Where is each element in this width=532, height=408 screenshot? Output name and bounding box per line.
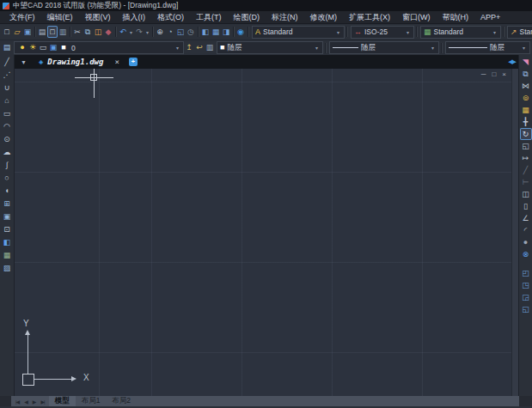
layer-unlock-icon[interactable]: ▣ <box>48 42 58 54</box>
zoom-previous-icon[interactable]: ◷ <box>186 26 196 38</box>
print-icon[interactable]: ▤ <box>37 26 47 38</box>
menu-item[interactable]: 修改(M) <box>304 12 344 23</box>
close-tab-icon[interactable]: × <box>114 58 119 66</box>
menu-item[interactable]: 插入(I) <box>117 12 152 23</box>
copy-object-icon[interactable]: ⧉ <box>520 68 532 80</box>
chamfer-icon[interactable]: ∠ <box>520 212 532 224</box>
text-style-combo[interactable]: A Standard ▾ <box>252 26 345 39</box>
layer-combo[interactable]: ●☀▭▣■ 0 ▾ <box>14 41 184 54</box>
dropdown-caret-icon[interactable]: ▾ <box>405 29 411 35</box>
ellipse-icon[interactable]: ○ <box>1 172 13 185</box>
offset-icon[interactable]: ⊚ <box>520 92 532 104</box>
scale-icon[interactable]: ◱ <box>520 140 532 152</box>
menu-item[interactable]: 绘图(D) <box>228 12 266 23</box>
layer-properties-manager-icon[interactable]: ▤ <box>2 42 12 54</box>
tab-list-dropdown-icon[interactable]: ▼ <box>15 59 33 65</box>
break-at-point-icon[interactable]: ◫ <box>520 188 532 200</box>
polyline-icon[interactable]: ∪ <box>1 82 13 94</box>
mirror-icon[interactable]: ⋈ <box>520 80 532 92</box>
spline-icon[interactable]: ∫ <box>1 159 13 172</box>
menu-item[interactable]: 窗口(W) <box>396 12 437 23</box>
close-window-icon[interactable]: × <box>502 71 506 78</box>
lineweight-combo[interactable]: 随层 ▾ <box>445 41 530 54</box>
dropdown-caret-icon[interactable]: ▾ <box>128 29 134 35</box>
erase-icon[interactable]: ◥ <box>520 56 532 68</box>
viewport-single-icon[interactable]: ◧ <box>200 26 211 38</box>
redo-icon[interactable]: ↷ <box>134 26 144 38</box>
paste-icon[interactable]: ◫ <box>93 26 103 38</box>
layout-tab[interactable]: 布局2 <box>106 396 137 406</box>
new-drawing-button[interactable]: + <box>129 58 138 66</box>
draw-order-front-icon[interactable]: ◰ <box>520 267 532 279</box>
horizontal-scrollbar[interactable] <box>137 396 519 406</box>
dropdown-caret-icon[interactable]: ▾ <box>430 45 436 51</box>
construction-line-icon[interactable]: ⋰ <box>1 69 13 82</box>
drawing-canvas[interactable]: ─ □ × Y X <box>15 69 518 396</box>
publish-icon[interactable]: ▥ <box>58 26 68 38</box>
ellipse-arc-icon[interactable]: ◖ <box>1 185 13 198</box>
layout-tab[interactable]: 布局1 <box>76 396 107 406</box>
dropdown-caret-icon[interactable]: ▾ <box>335 29 341 35</box>
layer-color-swatch[interactable]: ■ <box>58 42 69 54</box>
draw-order-back-icon[interactable]: ◳ <box>520 279 532 291</box>
break-icon[interactable]: ▯ <box>520 200 532 212</box>
layer-viewport-freeze-icon[interactable]: ▭ <box>38 42 48 54</box>
new-file-icon[interactable]: □ <box>2 26 12 38</box>
layer-previous-icon[interactable]: ↩ <box>194 42 205 54</box>
table-icon[interactable]: ▦ <box>1 249 13 262</box>
menu-item[interactable]: 格式(O) <box>151 12 190 23</box>
menu-item[interactable]: 标注(N) <box>266 12 304 23</box>
hatch-icon[interactable]: ▨ <box>1 262 13 275</box>
dropdown-caret-icon[interactable]: ▾ <box>144 29 150 35</box>
designcenter-globe-icon[interactable]: ◉ <box>235 26 246 38</box>
line-icon[interactable]: ╱ <box>1 56 13 69</box>
layout-tab[interactable]: 模型 <box>49 396 76 406</box>
minimize-window-icon[interactable]: ─ <box>481 71 486 78</box>
dim-style-combo[interactable]: ↔ ISO-25 ▾ <box>351 26 414 39</box>
layout-nav-button[interactable]: ▶| <box>38 399 46 405</box>
layer-states-manager-icon[interactable]: ▥ <box>205 42 215 54</box>
draw-order-under-icon[interactable]: ◱ <box>520 303 532 315</box>
copy-icon[interactable]: ⧉ <box>83 26 93 38</box>
dropdown-caret-icon[interactable]: ▾ <box>314 45 320 51</box>
join-icon[interactable]: ● <box>520 236 532 248</box>
draw-order-above-icon[interactable]: ◲ <box>520 291 532 303</box>
arc-icon[interactable]: ◠ <box>1 120 13 133</box>
zoom-realtime-icon[interactable]: ◔ <box>165 26 175 38</box>
restore-window-icon[interactable]: □ <box>492 71 496 78</box>
layer-thaw-sun-icon[interactable]: ☀ <box>28 42 38 54</box>
match-properties-icon[interactable]: ◆ <box>103 26 113 38</box>
gradient-icon[interactable]: ◧ <box>1 236 13 249</box>
zoom-window-icon[interactable]: ◱ <box>175 26 186 38</box>
mleader-style-combo[interactable]: ↗ Standard <box>507 26 532 39</box>
move-icon[interactable]: ╋ <box>520 116 532 128</box>
layout-nav-button[interactable]: ▶ <box>30 399 39 405</box>
print-preview-icon[interactable]: □ <box>47 26 58 38</box>
viewport-grid-icon[interactable]: ▦ <box>211 26 221 38</box>
fillet-icon[interactable]: ◜ <box>520 224 532 236</box>
save-icon[interactable]: ▣ <box>22 26 33 38</box>
color-combo[interactable]: ■ 随层 ▾ <box>217 41 323 54</box>
circle-icon[interactable]: ⊙ <box>1 133 13 146</box>
cut-icon[interactable]: ✂ <box>72 26 83 38</box>
menu-item[interactable]: 文件(F) <box>3 12 41 23</box>
stretch-icon[interactable]: ↦ <box>520 152 532 164</box>
menu-item[interactable]: 帮助(H) <box>437 12 475 23</box>
polygon-icon[interactable]: ⌂ <box>1 94 13 107</box>
point-icon[interactable]: ⊡ <box>1 223 13 236</box>
menu-item[interactable]: 视图(V) <box>79 12 117 23</box>
document-tab[interactable]: ◈ Drawing1.dwg × <box>33 55 125 69</box>
make-block-icon[interactable]: ▣ <box>1 210 13 223</box>
menu-item[interactable]: 编辑(E) <box>41 12 79 23</box>
insert-block-icon[interactable]: ⊞ <box>1 198 13 210</box>
menu-item[interactable]: 工具(T) <box>190 12 228 23</box>
revision-cloud-icon[interactable]: ☁ <box>1 146 13 159</box>
extend-icon[interactable]: ⊢ <box>520 176 532 188</box>
explode-icon[interactable]: ⊗ <box>520 248 532 260</box>
undo-icon[interactable]: ↶ <box>118 26 128 38</box>
array-icon[interactable]: ▦ <box>520 104 532 116</box>
pan-realtime-icon[interactable]: ⊕ <box>155 26 165 38</box>
dropdown-caret-icon[interactable]: ▾ <box>174 45 180 51</box>
table-style-combo[interactable]: ▦ Standard ▾ <box>420 26 501 39</box>
linetype-combo[interactable]: 随层 ▾ <box>329 41 439 54</box>
